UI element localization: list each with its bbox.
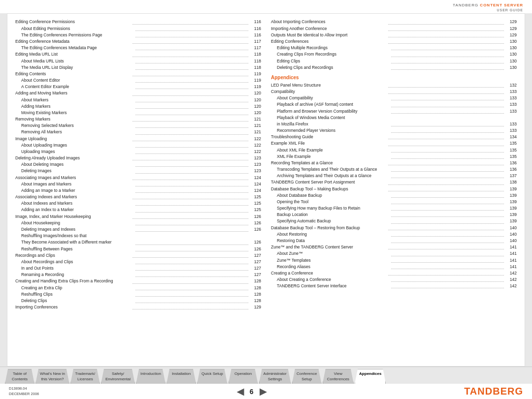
toc-line: Recommended Player Versions133 xyxy=(271,127,517,134)
nav-tab-8[interactable]: Administrator Settings xyxy=(259,369,291,384)
toc-title: The Editing Conferences Metadata Page xyxy=(21,45,134,51)
toc-title: Removing Selected Markers xyxy=(21,123,134,129)
toc-title: Adding and Moving Markers xyxy=(15,90,132,96)
nav-tab-10[interactable]: View Conferences xyxy=(323,369,354,384)
toc-title: in Mozilla Firefox xyxy=(277,121,390,127)
toc-page: 126 xyxy=(249,239,261,246)
section-heading: Appendices xyxy=(271,75,517,80)
toc-title: Adding Markers xyxy=(21,103,134,110)
nav-tab-6[interactable]: Quick Setup xyxy=(197,369,228,384)
toc-title: Database Backup Tool – Making Backups xyxy=(271,186,387,192)
toc-title: LED Panel Menu Structure xyxy=(271,82,387,89)
toc-line: About Images and Markers124 xyxy=(15,181,261,187)
nav-tab-7[interactable]: Operation xyxy=(229,369,258,384)
toc-line: Creating a Conference142 xyxy=(271,270,517,276)
toc-line: Editing Conference Metadata117 xyxy=(15,38,261,45)
toc-title: About Housekeeping xyxy=(21,220,134,226)
toc-dots xyxy=(135,149,249,154)
toc-title: Editing Conference Permissions xyxy=(15,19,132,25)
toc-line: Deleting Images123 xyxy=(15,168,261,174)
toc-page: 123 xyxy=(249,168,261,174)
toc-title: Associating Indexes and Markers xyxy=(15,194,132,200)
nav-tab-11[interactable]: Appendices xyxy=(355,369,386,384)
toc-page: 142 xyxy=(505,276,517,283)
toc-title: Database Backup Tool – Restoring from Ba… xyxy=(271,225,387,231)
toc-title: Editing Conferences xyxy=(271,38,387,45)
toc-page: 130 xyxy=(505,45,517,51)
toc-title: Editing Clips xyxy=(277,58,390,64)
toc-page: 139 xyxy=(505,186,517,192)
toc-title: Removing All Markers xyxy=(21,129,134,135)
toc-line: Deleting Already Uploaded Images123 xyxy=(15,155,261,161)
toc-page: 119 xyxy=(249,84,261,90)
toc-dots xyxy=(391,212,504,217)
toc-dots xyxy=(135,45,249,50)
nav-tab-4[interactable]: Introduction xyxy=(136,369,166,384)
toc-line: Opening the Tool139 xyxy=(271,199,517,205)
toc-title: Editing Multiple Recordings xyxy=(277,45,390,51)
toc-line: Specifying Automatic Backup139 xyxy=(271,218,517,224)
toc-line: About Uploading Images122 xyxy=(15,142,261,149)
nav-tab-0[interactable]: Table of Contents xyxy=(5,369,34,384)
toc-line: Transcoding Templates and Their Outputs … xyxy=(271,166,517,173)
nav-tab-3[interactable]: Safety/ Environmental xyxy=(101,369,135,384)
prev-page-button[interactable]: ◀ xyxy=(237,386,244,397)
toc-title: Deleting Already Uploaded Images xyxy=(15,155,132,161)
toc-line: About Database Backup139 xyxy=(271,192,517,199)
toc-line: About Recordings and Clips127 xyxy=(15,259,261,265)
toc-page: 120 xyxy=(249,110,261,116)
toc-dots xyxy=(391,257,504,263)
toc-dots xyxy=(391,45,504,50)
toc-dots xyxy=(135,181,249,186)
toc-line: About Restoring140 xyxy=(271,231,517,238)
toc-dots xyxy=(388,225,504,230)
toc-page: 141 xyxy=(505,257,517,264)
toc-dots xyxy=(388,179,504,184)
toc-title: Zune™ and the TANDBERG Content Server xyxy=(271,244,387,250)
nav-tab-1[interactable]: What's New in this Version? xyxy=(35,369,69,384)
bottom-bar: D13898.04 DECEMBER 2006 ◀ 6 ▶ TANDBERG xyxy=(0,384,532,399)
toc-page: 116 xyxy=(249,19,261,25)
toc-page: 142 xyxy=(505,270,517,276)
toc-dots xyxy=(133,90,249,95)
next-page-button[interactable]: ▶ xyxy=(260,386,266,397)
toc-dots xyxy=(135,291,249,297)
toc-title: About Editing Permissions xyxy=(21,26,134,32)
main-content: Editing Conference Permissions116About E… xyxy=(7,13,525,367)
toc-line: XML File Example135 xyxy=(271,153,517,160)
toc-title: About Content Editor xyxy=(21,77,134,84)
toc-title: Editing Media URL List xyxy=(15,51,132,58)
toc-line: Editing Contents119 xyxy=(15,71,261,77)
toc-line: Uploading Images122 xyxy=(15,149,261,155)
nav-tab-5[interactable]: Installation xyxy=(166,369,196,384)
nav-tab-2[interactable]: Trademark/ Licenses xyxy=(70,369,100,384)
toc-dots xyxy=(135,259,249,264)
toc-title: Image, Index, and Marker Housekeeping xyxy=(15,214,132,220)
toc-page: 135 xyxy=(505,140,517,147)
toc-title: Deleting Images and Indexes xyxy=(21,226,134,233)
toc-line: The Editing Conferences Metadata Page117 xyxy=(15,45,261,51)
toc-line: Archiving Templates and Their Outputs at… xyxy=(271,173,517,179)
toc-dots xyxy=(391,264,504,269)
toc-dots xyxy=(133,38,249,44)
toc-title: About Deleting Images xyxy=(21,161,134,168)
toc-line: Associating Indexes and Markers125 xyxy=(15,194,261,200)
nav-tab-9[interactable]: Conference Setup xyxy=(292,369,322,384)
toc-dots xyxy=(391,250,504,256)
toc-page: 130 xyxy=(505,51,517,58)
toc-line: Associating Images and Markers124 xyxy=(15,175,261,181)
toc-line: in Mozilla Firefox133 xyxy=(271,121,517,127)
toc-line: In and Out Points127 xyxy=(15,265,261,272)
toc-line: Playback of Windows Media Content xyxy=(271,115,517,121)
toc-line: The Media URL List Display118 xyxy=(15,64,261,71)
toc-dots xyxy=(388,32,504,37)
toc-dots xyxy=(135,26,249,31)
toc-title: Uploading Images xyxy=(21,149,134,155)
toc-title: About Uploading Images xyxy=(21,142,134,149)
toc-line: About Importing Conferences129 xyxy=(271,19,517,25)
toc-dots xyxy=(135,285,249,290)
toc-line: Renaming a Recording127 xyxy=(15,272,261,278)
toc-page: 128 xyxy=(249,291,261,298)
toc-line: Troubleshooting Guide134 xyxy=(271,134,517,140)
toc-title: About Recordings and Clips xyxy=(21,259,134,265)
